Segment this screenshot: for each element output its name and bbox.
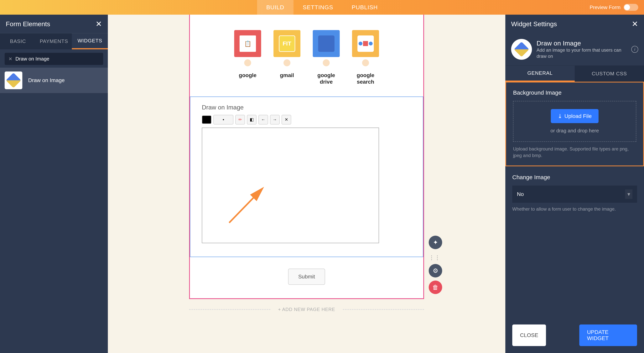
add-page-label: + ADD NEW PAGE HERE <box>270 307 343 312</box>
settings-body: Background Image ⤓ Upload File or drag a… <box>505 82 644 317</box>
close-icon[interactable]: ✕ <box>96 20 102 28</box>
widget-settings-panel: Widget Settings ✕ Draw on Image Add an i… <box>505 15 644 353</box>
tab-build[interactable]: BUILD <box>257 0 294 15</box>
draw-on-image-widget[interactable]: Draw on Image • ✏ ◧ ← → ✕ ✦ ⋮⋮ ⚙ <box>190 97 423 257</box>
change-image-label: Change Image <box>512 174 637 181</box>
bg-image-hint: Upload background image. Supported file … <box>513 146 636 159</box>
widget-result-label: Draw on Image <box>28 77 65 83</box>
drag-drop-text: or drag and drop here <box>521 128 628 134</box>
tab-settings[interactable]: SETTINGS <box>294 0 342 15</box>
clear-icon[interactable]: ✕ <box>282 115 291 125</box>
select-value: No <box>517 191 524 197</box>
add-page-button[interactable]: + ADD NEW PAGE HERE <box>189 307 424 312</box>
submit-button[interactable]: Submit <box>288 269 325 285</box>
settings-footer: CLOSE UPDATE WIDGET <box>505 317 644 353</box>
icon-option-google-drive[interactable]: google drive <box>313 30 340 85</box>
tab-widgets[interactable]: WIDGETS <box>72 33 108 49</box>
trash-icon[interactable]: 🗑 <box>429 280 442 294</box>
upload-file-button[interactable]: ⤓ Upload File <box>551 109 599 123</box>
color-swatch[interactable] <box>202 115 212 124</box>
search-input[interactable]: ✕ Draw on Image <box>4 53 103 65</box>
pencil-icon <box>511 39 532 60</box>
bg-image-label: Background Image <box>513 89 636 96</box>
close-button[interactable]: CLOSE <box>512 324 546 346</box>
draw-canvas[interactable] <box>202 128 379 243</box>
upload-label: Upload File <box>564 113 592 119</box>
icon-label: google search <box>352 72 379 85</box>
change-image-hint: Whether to allow a form user to change t… <box>512 206 637 212</box>
tab-publish[interactable]: PUBLISH <box>342 0 387 15</box>
change-image-setting: Change Image No ▾ Whether to allow a for… <box>512 174 637 212</box>
preview-form-label: Preview Form <box>590 5 620 11</box>
form-canvas: 📋 google FIT gmail google drive <box>108 15 505 353</box>
icon-label: google <box>239 72 256 79</box>
radio-icon <box>284 59 290 66</box>
fit-icon: FIT <box>274 30 300 57</box>
svg-line-1 <box>229 189 262 223</box>
download-icon: ⤓ <box>558 113 562 119</box>
radio-icon <box>323 59 330 66</box>
brush-size[interactable]: • <box>214 115 234 125</box>
clipboard-icon: 📋 <box>234 30 261 57</box>
widget-actions: ✦ ⋮⋮ ⚙ 🗑 <box>429 236 442 294</box>
radio-icon <box>244 59 251 66</box>
widget-result-item[interactable]: Draw on Image <box>0 68 108 93</box>
search-value: Draw on Image <box>16 56 49 62</box>
widget-settings-header: Widget Settings ✕ <box>505 15 644 33</box>
upload-dropzone[interactable]: ⤓ Upload File or drag and drop here <box>513 101 636 142</box>
redo-icon[interactable]: → <box>270 115 280 125</box>
icon-label: gmail <box>280 72 294 79</box>
top-tabs: BUILD SETTINGS PUBLISH <box>257 0 387 15</box>
widget-description: Add an image to your form that users can… <box>536 47 627 59</box>
widget-info: Draw on Image Add an image to your form … <box>505 33 644 66</box>
icon-option-gmail[interactable]: FIT gmail <box>274 30 300 85</box>
carousel-icon <box>352 30 379 57</box>
undo-icon[interactable]: ← <box>258 115 268 125</box>
radio-icon <box>362 59 369 66</box>
wand-icon[interactable]: ✦ <box>429 236 442 249</box>
info-icon[interactable]: i <box>631 46 638 53</box>
tab-basic[interactable]: BASIC <box>0 33 36 49</box>
eraser-tool-icon[interactable]: ◧ <box>247 115 256 125</box>
widget-settings-title: Widget Settings <box>511 20 557 28</box>
drag-handle-icon[interactable]: ⋮⋮ <box>429 254 442 261</box>
top-header: BUILD SETTINGS PUBLISH Preview Form <box>0 0 644 15</box>
tab-general[interactable]: GENERAL <box>505 66 575 82</box>
widget-name: Draw on Image <box>536 40 627 47</box>
icon-picker-row: 📋 google FIT gmail google drive <box>190 15 423 97</box>
icon-label: google drive <box>313 72 340 85</box>
close-icon[interactable]: ✕ <box>632 20 638 28</box>
icon-option-google-search[interactable]: google search <box>352 30 379 85</box>
calculator-icon <box>313 30 340 57</box>
change-image-select[interactable]: No ▾ <box>512 186 637 203</box>
arrow-annotation <box>227 186 266 225</box>
draw-toolbar: • ✏ ◧ ← → ✕ <box>202 115 411 125</box>
icon-option-google[interactable]: 📋 google <box>234 30 261 85</box>
clear-icon[interactable]: ✕ <box>8 56 12 62</box>
background-image-setting: Background Image ⤓ Upload File or drag a… <box>505 82 644 166</box>
preview-toggle[interactable] <box>624 4 638 11</box>
pencil-icon <box>4 72 22 89</box>
form-card: 📋 google FIT gmail google drive <box>189 15 424 299</box>
gear-icon[interactable]: ⚙ <box>429 264 442 277</box>
draw-widget-title: Draw on Image <box>202 104 411 111</box>
tab-payments[interactable]: PAYMENTS <box>36 33 72 49</box>
form-elements-header: Form Elements ✕ <box>0 15 108 33</box>
form-elements-title: Form Elements <box>6 20 50 28</box>
form-elements-panel: Form Elements ✕ BASIC PAYMENTS WIDGETS ✕… <box>0 15 108 353</box>
tab-custom-css[interactable]: CUSTOM CSS <box>575 66 644 82</box>
update-widget-button[interactable]: UPDATE WIDGET <box>579 324 637 346</box>
settings-tabs: GENERAL CUSTOM CSS <box>505 66 644 82</box>
preview-form-toggle: Preview Form <box>590 4 638 11</box>
pencil-tool-icon[interactable]: ✏ <box>235 115 245 125</box>
element-type-tabs: BASIC PAYMENTS WIDGETS <box>0 33 108 49</box>
chevron-down-icon: ▾ <box>625 189 632 199</box>
